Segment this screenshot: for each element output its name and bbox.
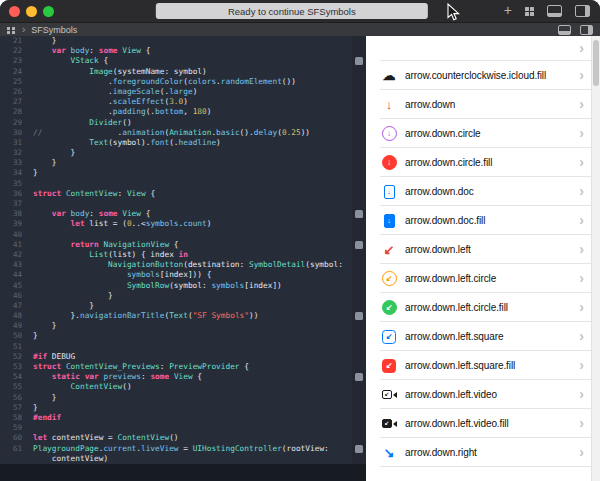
symbol-row[interactable]: ↘arrow.down.right› [366,438,591,467]
code-line[interactable]: } [33,393,352,403]
code-line[interactable]: Image(systemName: symbol) [33,67,352,77]
inline-result-button[interactable] [355,373,363,381]
scrollbar[interactable] [591,36,600,481]
code-line[interactable] [33,230,352,240]
symbol-row[interactable]: ↓arrow.down.doc› [366,177,591,206]
symbol-row[interactable]: ↙arrow.down.left.video.fill› [366,409,591,438]
breadcrumb-project[interactable]: SFSymbols [31,25,77,35]
code-line[interactable]: PlaygroundPage.current.liveView = UIHost… [33,444,352,454]
code-line[interactable]: NavigationButton(destination: SymbolDeta… [33,260,352,270]
chevron-right-icon: › [579,416,584,430]
inline-result-button[interactable] [355,241,363,249]
code-line[interactable]: symbols[index])) { [33,270,352,280]
chevron-right-icon: › [579,445,584,459]
arrow-icon: ↓ [380,98,398,111]
chevron-right-icon: › [579,358,584,372]
chevron-right-icon: › [579,213,584,227]
code-line[interactable]: Text(symbol).font(.headline) [33,138,352,148]
mouse-cursor [447,3,460,22]
symbol-row[interactable]: ↓arrow.down.circle› [366,119,591,148]
code-line[interactable]: VStack { [33,56,352,66]
code-line[interactable]: return NavigationView { [33,240,352,250]
code-line[interactable]: .scaleEffect(3.0) [33,97,352,107]
titlebar-actions: + [504,0,590,22]
square-fill-icon: ↙ [380,359,398,373]
symbol-name: arrow.down [405,99,579,110]
circle-fill-icon: ↙ [380,300,398,315]
chevron-right-icon: › [579,155,584,169]
code-line[interactable]: contentView) [33,454,352,464]
code-line[interactable] [33,179,352,189]
code-line[interactable]: var body: some View { [33,46,352,56]
dock-bottom-icon[interactable] [547,5,562,17]
code-line[interactable]: Divider() [33,118,352,128]
symbol-row[interactable]: ↙arrow.down.left.circle› [366,264,591,293]
code-line[interactable]: } [33,301,352,311]
inline-result-button[interactable] [355,312,363,320]
zoom-button[interactable] [43,6,54,17]
code-line[interactable]: } [33,148,352,158]
code-line[interactable]: .padding(.bottom, 180) [33,107,352,117]
code-line[interactable]: List(list) { index in [33,250,352,260]
code-line[interactable]: } [33,168,352,178]
symbol-row[interactable]: ↙arrow.down.left› [366,235,591,264]
dock-right-icon[interactable] [575,5,590,17]
code-line[interactable]: } [33,331,352,341]
code-line[interactable]: struct ContentView_Previews: PreviewProv… [33,362,352,372]
symbol-row[interactable]: ☁arrow.counterclockwise.icloud.fill› [366,61,591,90]
inline-result-button[interactable] [355,57,363,65]
symbol-row[interactable]: ↙arrow.down.left.circle.fill› [366,293,591,322]
doc-fill-icon: ↓ [380,214,398,228]
add-button[interactable]: + [504,3,512,17]
code-line[interactable]: let contentView = ContentView() [33,433,352,443]
close-button[interactable] [9,6,20,17]
results-gutter [352,36,366,481]
code-line[interactable]: }.navigationBarTitle(Text("SF Symbols")) [33,311,352,321]
live-view-toggle-icon[interactable] [558,25,571,35]
inline-result-button[interactable] [355,445,363,453]
chevron-right-icon: › [579,387,584,401]
code-line[interactable]: } [33,403,352,413]
symbol-row[interactable]: ↓arrow.down.doc.fill› [366,206,591,235]
code-editor[interactable]: 2122232425262728293031323334353637383940… [0,36,352,481]
activity-banner[interactable]: Ready to continue SFSymbols [156,3,428,19]
inspector-toggle-icon[interactable] [580,25,593,35]
symbol-row[interactable]: ↙arrow.down.left.square.fill› [366,351,591,380]
code-line[interactable]: var body: some View { [33,209,352,219]
code-line[interactable]: ContentView() [33,382,352,392]
symbol-list[interactable]: ›☁arrow.counterclockwise.icloud.fill›↓ar… [366,36,591,467]
view-switcher-icon[interactable] [7,27,16,34]
code-line[interactable]: #if DEBUG [33,352,352,362]
code-line[interactable]: } [33,321,352,331]
code-line[interactable] [33,423,352,433]
code-line[interactable]: .foregroundColor(colors.randomElement()) [33,77,352,87]
code-line[interactable]: .imageScale(.large) [33,87,352,97]
symbol-row[interactable]: ↙arrow.down.left.square› [366,322,591,351]
code-line[interactable]: } [33,291,352,301]
video-icon: ↙ [380,390,398,399]
code-line[interactable]: SymbolRow(symbol: symbols[index]) [33,281,352,291]
code-line[interactable]: } [33,36,352,46]
chevron-right-icon: › [579,126,584,140]
library-icon[interactable] [525,7,534,16]
symbol-name: arrow.down.right [405,447,579,458]
code-line[interactable] [33,199,352,209]
code-line[interactable] [33,342,352,352]
symbol-row[interactable]: ↓arrow.down.circle.fill› [366,148,591,177]
scrollbar-thumb[interactable] [593,40,599,86]
symbol-name: arrow.down.left.square [405,331,579,342]
symbol-row[interactable]: › [366,36,591,61]
minimize-button[interactable] [26,6,37,17]
symbol-row[interactable]: ↓arrow.down› [366,90,591,119]
code-lines[interactable]: } var body: some View { VStack { Image(s… [27,36,352,481]
code-line[interactable]: } [33,158,352,168]
code-line[interactable]: static var previews: some View { [33,372,352,382]
code-line[interactable]: struct ContentView: View { [33,189,352,199]
symbol-name: arrow.down.left.square.fill [405,360,579,371]
code-line[interactable]: // .animation(Animation.basic().delay(0.… [33,128,352,138]
inline-result-button[interactable] [355,210,363,218]
code-line[interactable]: let list = (0..<symbols.count) [33,219,352,229]
code-line[interactable]: #endif [33,413,352,423]
symbol-name: arrow.down.left.circle.fill [405,302,579,313]
symbol-row[interactable]: ↙arrow.down.left.video› [366,380,591,409]
